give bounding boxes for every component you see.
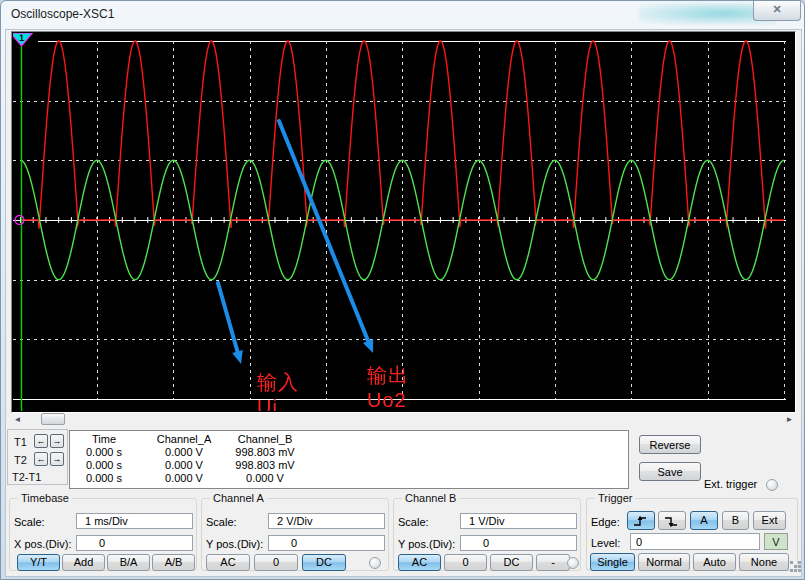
oscilloscope-window: Oscilloscope-XSC1 ✕ 输入 Ui 输出 Uo2 ◄ ► [0,0,805,580]
t2-t1-time: 0.000 s [70,472,138,485]
trigger-single-button[interactable]: Single [590,553,635,571]
trigger-level-label: Level: [591,537,620,549]
trigger-source-ext-button[interactable]: Ext [753,511,786,530]
resize-grip[interactable] [790,561,793,564]
t2-right-button[interactable]: → [50,452,64,466]
annotation-input: 输入 Ui [257,370,299,411]
trigger-level-unit-select[interactable]: V [764,533,788,550]
t1-left-button[interactable]: ← [34,434,48,448]
col-channel-a: Channel_A [138,433,230,446]
channel-b-minus-button[interactable]: - [536,554,570,571]
timebase-xpos-input[interactable] [76,535,193,551]
ext-trigger-terminal[interactable] [766,479,778,491]
trigger-none-button[interactable]: None [739,553,789,571]
reverse-button[interactable]: Reverse [639,435,701,454]
window-title: Oscilloscope-XSC1 [11,7,114,21]
measurement-list[interactable]: Time Channel_A Channel_B 0.000 s 0.000 V… [69,430,629,489]
t2-left-button[interactable]: ← [34,452,48,466]
channel-a-zero-button[interactable]: 0 [254,554,298,571]
channel-b-zero-button[interactable]: 0 [444,554,487,571]
ext-trigger-label: Ext. trigger [704,478,757,490]
channel-b-ac-button[interactable]: AC [398,554,441,571]
scope-screen: 输入 Ui 输出 Uo2 [13,33,794,411]
t2-label: T2 [14,454,27,466]
scope-waveform-canvas[interactable] [13,33,794,411]
t2-time: 0.000 s [70,459,138,472]
trigger-level-input[interactable] [630,533,760,550]
channel-a-scale-input[interactable] [268,513,385,529]
channel-a-caption: Channel A [210,492,267,504]
falling-edge-icon [664,515,680,528]
close-button[interactable]: ✕ [753,1,801,21]
scope-display-frame: 输入 Ui 输出 Uo2 [11,31,796,413]
channel-a-ypos-label: Y pos.(Div): [206,538,263,550]
trigger-source-a-button[interactable]: A [690,511,718,530]
t1-time: 0.000 s [70,446,138,459]
t1-right-button[interactable]: → [50,434,64,448]
measurement-header-row: Time Channel_A Channel_B [70,433,628,446]
channel-b-caption: Channel B [402,492,459,504]
ab-mode-button[interactable]: A/B [152,554,195,571]
falling-edge-button[interactable] [658,511,686,530]
timebase-scale-input[interactable] [76,513,193,529]
channel-a-terminal[interactable] [369,557,381,569]
channel-b-scale-input[interactable] [460,513,577,529]
timebase-caption: Timebase [18,492,72,504]
scrollbar-right-button[interactable]: ► [783,413,796,426]
annotation-output-line1: 输出 [367,363,409,388]
scroll-left-icon: ◄ [14,415,22,424]
ba-mode-button[interactable]: B/A [107,554,150,571]
channel-b-terminal[interactable] [567,557,579,569]
rising-edge-button[interactable] [627,511,655,530]
timebase-scale-label: Scale: [14,516,45,528]
scrollbar-thumb[interactable] [41,413,65,425]
trigger-level-unit: V [772,536,779,548]
t2-t1-label: T2-T1 [12,471,41,483]
channel-a-ypos-input[interactable] [268,535,385,551]
trigger-source-b-button[interactable]: B [722,511,749,530]
t2-t1-channel-b: 0.000 V [230,472,300,485]
t2-t1-channel-a: 0.000 V [138,472,230,485]
channel-b-dc-button[interactable]: DC [490,554,533,571]
t2-channel-b: 998.803 mV [230,459,300,472]
trigger-caption: Trigger [595,492,635,504]
t2-channel-a: 0.000 V [138,459,230,472]
channel-b-ypos-label: Y pos.(Div): [398,538,455,550]
cursor-box: T1 ← → T2 ← → T2-T1 [7,429,68,485]
t2-t1-row: 0.000 s 0.000 V 0.000 V [70,472,628,485]
trigger-edge-label: Edge: [591,516,620,528]
channel-a-ac-button[interactable]: AC [206,554,250,571]
title-bar[interactable]: Oscilloscope-XSC1 ✕ [1,1,804,29]
annotation-input-line1: 输入 [257,370,299,395]
save-button[interactable]: Save [639,462,701,481]
add-mode-button[interactable]: Add [62,554,105,571]
channel-a-scale-label: Scale: [206,516,237,528]
trigger-auto-button[interactable]: Auto [693,553,736,571]
t1-channel-a: 0.000 V [138,446,230,459]
channel-a-dc-button[interactable]: DC [302,554,346,571]
t2-row: 0.000 s 0.000 V 998.803 mV [70,459,628,472]
rising-edge-icon [633,515,649,528]
timebase-group: Timebase Scale: X pos.(Div): Y/T Add B/A… [9,498,197,571]
channel-a-group: Channel A Scale: Y pos.(Div): AC 0 DC [201,498,389,571]
scrollbar-left-button[interactable]: ◄ [11,413,24,426]
channel-b-group: Channel B Scale: Y pos.(Div): AC 0 DC - [393,498,581,571]
channel-b-scale-label: Scale: [398,516,429,528]
trigger-group: Trigger Edge: A B Ext Level: V Single No… [586,498,798,571]
yt-mode-button[interactable]: Y/T [17,554,60,571]
annotation-input-line2: Ui [257,395,299,411]
t1-channel-b: 998.803 mV [230,446,300,459]
col-time: Time [70,433,138,446]
scroll-right-icon: ► [786,415,794,424]
trigger-normal-button[interactable]: Normal [638,553,690,571]
close-icon: ✕ [772,3,781,15]
channel-b-ypos-input[interactable] [460,535,577,551]
scope-scrollbar[interactable]: ◄ ► [11,413,796,426]
annotation-output-line2: Uo2 [367,388,409,411]
annotation-output: 输出 Uo2 [367,363,409,411]
timebase-xpos-label: X pos.(Div): [14,538,71,550]
t1-row: 0.000 s 0.000 V 998.803 mV [70,446,628,459]
t1-label: T1 [14,436,27,448]
col-channel-b: Channel_B [230,433,300,446]
